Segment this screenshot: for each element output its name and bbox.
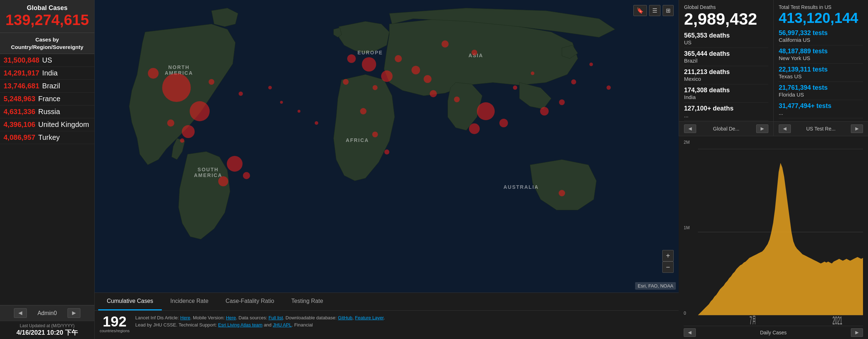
test-label: New York US	[779, 55, 863, 61]
list-item[interactable]: 5,248,963France	[0, 93, 94, 105]
nav-next-button[interactable]: ►	[68, 308, 80, 318]
esri-atlas-link[interactable]: Esri Living Atlas team	[218, 322, 263, 328]
chart-nav: ◄ Daily Cases ►	[684, 326, 863, 339]
map-bubble	[362, 57, 376, 72]
tab-testing-rate[interactable]: Testing Rate	[283, 293, 332, 310]
deaths-next-button[interactable]: ►	[756, 124, 768, 133]
map-bubble	[298, 110, 300, 113]
map-bubble	[499, 119, 508, 127]
tab-case-fatality-ratio[interactable]: Case-Fatality Ratio	[217, 293, 283, 310]
test-label: Texas US	[779, 73, 863, 79]
list-item: 211,213 deathsMexico	[684, 66, 768, 84]
chart-y-label-0: 0	[684, 311, 698, 316]
bookmark-button[interactable]: 🔖	[633, 5, 647, 16]
test-label: Florida US	[779, 92, 863, 98]
deaths-panel-list[interactable]: 565,353 deathsUS365,444 deathsBrazil211,…	[679, 30, 773, 121]
country-name: France	[38, 95, 60, 103]
list-item: 365,444 deathsBrazil	[684, 48, 768, 66]
map-bubble	[469, 123, 480, 134]
chart-next-button[interactable]: ►	[851, 328, 863, 337]
deaths-panel-number: 2,989,432	[684, 10, 768, 28]
country-list[interactable]: 31,500,848US14,291,917India13,746,681Bra…	[0, 54, 94, 305]
list-item[interactable]: 31,500,848US	[0, 54, 94, 67]
list-item: 56,997,332 testsCalifornia US	[779, 27, 863, 45]
map-bubble	[372, 132, 378, 137]
tests-nav-label: US Test Re...	[806, 126, 835, 132]
svg-text:2021: 2021	[832, 314, 842, 324]
list-item[interactable]: 4,631,336Russia	[0, 105, 94, 118]
map-bubble	[218, 176, 228, 186]
nav-prev-button[interactable]: ◄	[14, 308, 27, 318]
death-label: India	[684, 94, 768, 100]
feature-layer-link[interactable]: Feature Layer	[355, 315, 384, 320]
test-value: 22,139,311 tests	[779, 66, 863, 73]
list-button[interactable]: ☰	[649, 5, 660, 16]
mobile-link[interactable]: Here	[226, 315, 236, 320]
death-label: ...	[684, 112, 768, 118]
map-bubble	[472, 50, 477, 55]
country-cases: 4,631,336	[4, 108, 35, 116]
death-label: US	[684, 39, 768, 45]
deaths-panel-header: Global Deaths 2,989,432	[679, 0, 773, 30]
country-name: Russia	[38, 108, 60, 116]
list-item[interactable]: 4,396,106United Kingdom	[0, 118, 94, 131]
list-item: 21,761,394 testsFlorida US	[779, 82, 863, 100]
daily-cases-chart-svg: 7月 2021	[698, 140, 863, 324]
death-label: Brazil	[684, 58, 768, 64]
github-link[interactable]: GitHub	[338, 315, 352, 320]
zoom-in-button[interactable]: +	[662, 250, 674, 261]
chart-nav-label: Daily Cases	[760, 330, 787, 335]
chart-y-label-1m: 1M	[684, 225, 698, 230]
country-cases: 4,396,106	[4, 121, 35, 129]
countries-count-box: 192 countries/regions	[100, 314, 130, 333]
tests-next-button[interactable]: ►	[851, 124, 863, 133]
tests-panel-header: Total Test Results in US 413,120,144	[774, 0, 868, 27]
sidebar: Global Cases 139,274,615 Cases by Countr…	[0, 0, 95, 339]
country-name: Turkey	[38, 133, 60, 142]
list-item: 22,139,311 testsTexas US	[779, 64, 863, 82]
tests-panel-list[interactable]: 56,997,332 testsCalifornia US48,187,889 …	[774, 27, 868, 121]
map-bubble	[411, 66, 420, 74]
info-bar: 192 countries/regions Lancet Inf Dis Art…	[95, 310, 679, 339]
map-area: NORTHAMERICA SOUTHAMERICA EUROPE AFRICA …	[95, 0, 679, 339]
map-bubble	[209, 79, 214, 85]
jhu-apl-link[interactable]: JHU APL	[273, 322, 292, 328]
deaths-panel: Global Deaths 2,989,432 565,353 deathsUS…	[679, 0, 773, 136]
map-bubble	[559, 190, 565, 196]
death-value: 211,213 deaths	[684, 68, 768, 76]
map-bubble	[559, 99, 565, 105]
global-cases-box: Global Cases 139,274,615	[0, 0, 94, 33]
death-value: 174,308 deaths	[684, 87, 768, 94]
full-list-link[interactable]: Full list	[269, 315, 283, 320]
test-label: ...	[779, 110, 863, 116]
last-updated-value: 4/16/2021 10:20 下午	[4, 328, 91, 337]
map-bubble	[268, 86, 272, 89]
test-value: 31,477,494+ tests	[779, 102, 863, 110]
esri-credit: Esri, FAO, NOAA	[635, 282, 676, 290]
map-bubble	[589, 63, 593, 66]
global-cases-number: 139,274,615	[4, 12, 91, 28]
grid-button[interactable]: ⊞	[663, 5, 674, 16]
tests-prev-button[interactable]: ◄	[779, 124, 791, 133]
zoom-out-button[interactable]: −	[662, 261, 674, 273]
list-item[interactable]: 14,291,917India	[0, 67, 94, 80]
list-item[interactable]: 13,746,681Brazil	[0, 80, 94, 93]
deaths-prev-button[interactable]: ◄	[684, 124, 696, 133]
lancet-link[interactable]: Here	[180, 315, 190, 320]
list-item: 174,308 deathsIndia	[684, 84, 768, 103]
death-value: 127,100+ deaths	[684, 105, 768, 112]
death-value: 365,444 deaths	[684, 50, 768, 58]
map-bubble	[315, 121, 318, 125]
map-bubble	[347, 54, 356, 63]
map-bubble	[180, 138, 184, 143]
map-bubble	[430, 90, 437, 97]
tests-panel-nav: ◄ US Test Re... ►	[774, 121, 868, 136]
tab-cumulative-cases[interactable]: Cumulative Cases	[98, 293, 162, 310]
tab-incidence-rate[interactable]: Incidence Rate	[162, 293, 217, 310]
nav-admin: ◄ Admin0 ►	[0, 305, 94, 321]
map-container[interactable]: NORTHAMERICA SOUTHAMERICA EUROPE AFRICA …	[95, 0, 679, 293]
country-name: United Kingdom	[38, 121, 89, 129]
list-item[interactable]: 4,086,957Turkey	[0, 131, 94, 144]
chart-prev-button[interactable]: ◄	[684, 328, 696, 337]
countries-count-label: countries/regions	[100, 329, 130, 333]
